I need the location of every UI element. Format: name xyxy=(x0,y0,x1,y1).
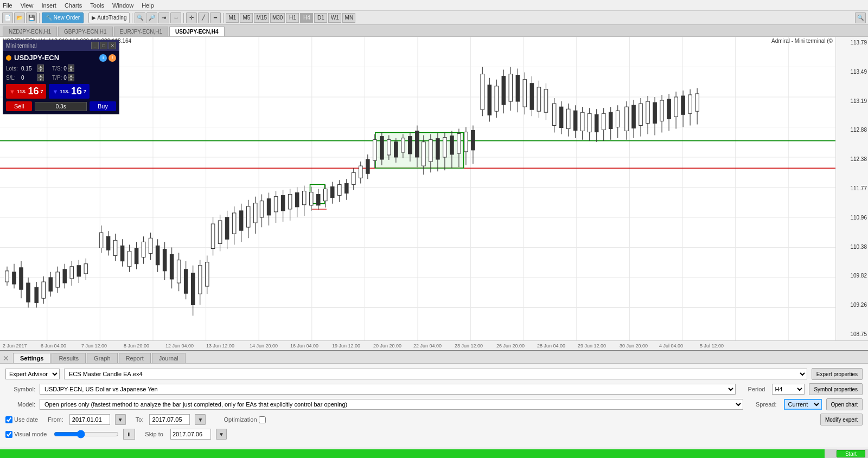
tester-tab-journal[interactable]: Journal xyxy=(152,353,186,363)
svg-rect-189 xyxy=(573,111,577,130)
visual-mode-check[interactable]: Visual mode xyxy=(5,431,47,438)
chart-auto-scroll[interactable]: ↔ xyxy=(170,12,181,23)
lots-up[interactable]: ▲ xyxy=(37,64,44,68)
menu-tools[interactable]: Tools xyxy=(90,2,104,9)
tab-nzdjpy[interactable]: NZDJPY-ECN,H1 xyxy=(3,27,57,36)
sell-button[interactable]: Sell xyxy=(6,101,32,111)
period-m1[interactable]: M1 xyxy=(226,13,239,23)
ts-up[interactable]: ▲ xyxy=(68,64,74,68)
period-mn[interactable]: MN xyxy=(342,13,355,23)
start-button[interactable]: Start xyxy=(837,450,865,457)
chart-shift-btn[interactable]: ⇥ xyxy=(158,12,169,23)
terminal-icon-blue[interactable]: i xyxy=(99,54,107,62)
crosshair-btn[interactable]: ✛ xyxy=(186,12,197,23)
buy-button[interactable]: Buy xyxy=(90,101,116,111)
menu-bar: File View Insert Charts Tools Window Hel… xyxy=(0,0,868,11)
price-112.38: 112.38 xyxy=(837,156,867,163)
chart-container: USDJPY-ECN,H4 113.219 113.260 113.026 11… xyxy=(0,37,868,340)
terminal-minimize[interactable]: _ xyxy=(91,42,99,49)
lots-down[interactable]: ▼ xyxy=(37,68,44,72)
spread-select[interactable]: Current xyxy=(784,399,822,410)
new-order-button[interactable]: 🔧 Expert propertiesNew Order xyxy=(42,12,84,23)
menu-charts[interactable]: Charts xyxy=(65,2,82,9)
time-label-2: 7 Jun 12:00 xyxy=(81,343,107,349)
tester-tab-graph[interactable]: Graph xyxy=(87,353,118,363)
symbol-select[interactable]: USDJPY-ECN, US Dollar vs Japanese Yen xyxy=(40,384,736,395)
tester-close-icon[interactable]: ✕ xyxy=(3,354,9,363)
tab-eurjpy[interactable]: EURJPY-ECN,H1 xyxy=(114,27,169,36)
terminal-header-icons: i ! xyxy=(99,54,116,62)
sl-down[interactable]: ▼ xyxy=(37,78,44,81)
period-m15[interactable]: M15 xyxy=(254,13,269,23)
tester-tab-results[interactable]: Results xyxy=(52,353,86,363)
period-m30[interactable]: M30 xyxy=(270,13,285,23)
zoom-in-btn[interactable]: 🔍 xyxy=(135,12,145,23)
period-h1[interactable]: H1 xyxy=(286,13,299,23)
use-date-checkbox[interactable] xyxy=(5,416,12,423)
chart-main[interactable]: USDJPY-ECN,H4 113.219 113.260 113.026 11… xyxy=(0,37,835,340)
sl-up[interactable]: ▲ xyxy=(37,74,44,78)
optimization-checkbox[interactable] xyxy=(259,416,266,423)
symbol-properties-btn[interactable]: Symbol properties xyxy=(809,383,863,395)
sell-price-arrow: ▼ xyxy=(9,88,15,95)
ts-spinner[interactable]: ▲ ▼ xyxy=(68,64,74,72)
menu-help[interactable]: Help xyxy=(142,2,154,9)
menu-view[interactable]: View xyxy=(21,2,34,9)
sl-spinner[interactable]: ▲ ▼ xyxy=(37,74,44,81)
tester-tab-settings[interactable]: Settings xyxy=(13,353,50,363)
from-date-input[interactable] xyxy=(69,414,110,425)
tp-up[interactable]: ▲ xyxy=(68,74,74,78)
terminal-maximize[interactable]: □ xyxy=(100,42,107,49)
pause-button[interactable]: ⏸ xyxy=(123,429,135,440)
ea-name-select[interactable]: ECS Master Candle EA.ex4 xyxy=(64,369,807,379)
sep3 xyxy=(132,13,132,23)
ts-label: T/S: xyxy=(52,66,62,72)
terminal-titlebar: Mini terminal _ □ ✕ xyxy=(3,40,119,51)
period-d1[interactable]: D1 xyxy=(314,13,327,23)
toolbar-save[interactable]: 💾 xyxy=(26,12,37,23)
visual-mode-checkbox[interactable] xyxy=(5,431,12,438)
speed-slider[interactable] xyxy=(54,430,119,438)
optimization-check[interactable]: Optimization xyxy=(224,416,265,423)
terminal-close[interactable]: ✕ xyxy=(108,42,116,49)
ts-down[interactable]: ▼ xyxy=(68,68,74,72)
period-w1[interactable]: W1 xyxy=(328,13,341,23)
period-m5[interactable]: M5 xyxy=(240,13,253,23)
period-select[interactable]: H4 xyxy=(772,384,805,395)
toolbar-new[interactable]: 📄 xyxy=(2,12,13,23)
svg-rect-157 xyxy=(457,134,461,153)
autotrading-button[interactable]: ▶ AutoTrading xyxy=(88,12,130,23)
sep1 xyxy=(39,13,40,23)
tester-tab-report[interactable]: Report xyxy=(119,353,151,363)
lots-spinner[interactable]: ▲ ▼ xyxy=(37,64,44,72)
menu-window[interactable]: Window xyxy=(112,2,133,9)
search-btn[interactable]: 🔍 xyxy=(855,12,866,23)
ea-type-select[interactable]: Expert Advisor xyxy=(5,369,60,379)
tp-spinner[interactable]: ▲ ▼ xyxy=(68,74,74,81)
from-date-picker[interactable]: ▼ xyxy=(115,414,126,425)
tp-down[interactable]: ▼ xyxy=(68,78,74,81)
svg-rect-75 xyxy=(170,255,174,279)
open-chart-btn[interactable]: Open chart xyxy=(826,398,863,410)
terminal-icon-orange[interactable]: ! xyxy=(108,54,116,62)
tab-usdjpy[interactable]: USDJPY-ECN,H4 xyxy=(169,27,224,36)
use-date-check[interactable]: Use date xyxy=(5,416,38,423)
zoom-out-btn[interactable]: 🔎 xyxy=(146,12,157,23)
line-btn[interactable]: ╱ xyxy=(198,12,209,23)
to-date-picker[interactable]: ▼ xyxy=(195,414,206,425)
toolbar-open[interactable]: 📂 xyxy=(14,12,25,23)
candlestick-chart[interactable] xyxy=(0,37,835,340)
terminal-title-label: Mini terminal xyxy=(6,43,91,49)
hline-btn[interactable]: ━ xyxy=(210,12,221,23)
skip-date-picker[interactable]: ▼ xyxy=(216,429,227,440)
to-date-input[interactable] xyxy=(149,414,190,425)
skip-date-input[interactable] xyxy=(170,429,211,440)
time-label-11: 23 Jun 12:00 xyxy=(455,343,483,349)
tab-gbpjpy[interactable]: GBPJPY-ECN,H1 xyxy=(58,27,113,36)
modify-expert-btn[interactable]: Modify expert xyxy=(820,414,863,425)
model-select[interactable]: Open prices only (fastest method to anal… xyxy=(40,399,743,410)
menu-insert[interactable]: Insert xyxy=(41,2,56,9)
expert-properties-btn[interactable]: Expert properties xyxy=(812,368,863,380)
menu-file[interactable]: File xyxy=(3,2,12,9)
period-h4[interactable]: H4 xyxy=(300,13,313,23)
